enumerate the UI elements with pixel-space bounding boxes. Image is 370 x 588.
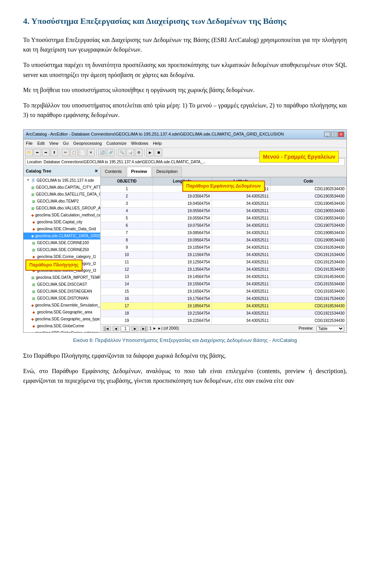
table-icon: ▦ <box>31 185 35 190</box>
arc-table-wrap[interactable]: OBJECTID Longitude Latitude Code 119.025… <box>101 177 346 324</box>
cell-0-0: 1 <box>101 185 153 193</box>
cell-12-2: 34.43052511 <box>212 273 271 280</box>
tree-item-8[interactable]: ◆ geoclima.sde.CLIMATIC_DATA_GRID_EXCLUS… <box>24 233 100 240</box>
nav-next-button[interactable]: ► <box>131 326 138 331</box>
nav-page-input[interactable] <box>121 326 130 332</box>
toolbar-btn-7[interactable]: 📄 <box>79 149 86 156</box>
feature-icon-11: ◆ <box>31 255 36 259</box>
toolbar-btn-9[interactable]: 🔄 <box>98 149 106 156</box>
feature-icon-18: ◆ <box>31 303 34 308</box>
tree-item-root[interactable]: ▼ 🗄 GEOCLIMA to 195.251.137.4.sde <box>24 177 100 184</box>
nav-prev-button[interactable]: ◄ <box>113 326 119 331</box>
tree-item-21[interactable]: ◆ geoclima.SDE.GlobeCorine <box>24 323 100 330</box>
table-icon-16: ▦ <box>31 289 36 294</box>
menu-edit[interactable]: Edit <box>37 140 45 147</box>
table-icon-17: ▦ <box>31 296 36 301</box>
cell-14-3: CDG1916534430 <box>271 288 346 295</box>
tree-item-18[interactable]: ◆ geoclima.SDE.Ensemble_Simulation_Grid <box>24 302 100 309</box>
menu-customize[interactable]: Customize <box>106 140 126 147</box>
tree-item-19[interactable]: ◆ geoclima.SDE.Geographic_area <box>24 309 100 316</box>
nav-last-button[interactable]: ►| <box>140 326 148 331</box>
tree-item-1[interactable]: ▦ GEOCLIMA.dbo.CAPITAL_CITY_ATTACH <box>24 184 100 191</box>
toolbar-btn-4[interactable]: ⬆ <box>50 149 58 156</box>
cell-2-1: 19.04564754 <box>153 200 212 207</box>
tab-contents[interactable]: Contents <box>101 167 126 177</box>
maximize-button[interactable]: □ <box>331 132 337 137</box>
minimize-button[interactable]: _ <box>324 132 330 137</box>
tree-item-15[interactable]: ▦ GEOCLIMA.SDE.DISCOAST <box>24 281 100 288</box>
tab-description[interactable]: Description <box>152 167 182 177</box>
toolbar-btn-14[interactable]: ▶ <box>146 149 154 156</box>
tree-item-17[interactable]: ▦ GEOCLIMA.SDE.DISTONIAN <box>24 295 100 302</box>
toolbar-btn-6[interactable]: 📋 <box>70 149 78 156</box>
preview-type-select[interactable]: Table Geography <box>316 326 344 332</box>
nav-first-button[interactable]: |◄ <box>103 326 111 331</box>
cell-14-0: 15 <box>101 288 153 295</box>
table-row: 1419.1556475434.43052511CDG1915534430 <box>101 280 346 288</box>
tree-item-10[interactable]: ▦ GEOCLIMA.SDE.CORINE250 <box>24 246 100 253</box>
tree-item-14[interactable]: ▦ geoclima.SDE.DATA_IMPORT_TEMP <box>24 274 100 281</box>
table-row: 719.0856475434.43052511CDG1908534430 <box>101 229 346 236</box>
table-row: 1119.1256475434.43052511CDG1912534430 <box>101 258 346 266</box>
toolbar-btn-12[interactable]: 📊 <box>126 149 134 156</box>
cell-4-2: 34.43052511 <box>212 214 271 222</box>
toolbar-btn-1[interactable]: 📁 <box>25 149 33 156</box>
cell-4-0: 5 <box>101 214 153 222</box>
paragraph-1: Το Υποσύστημα Επεξεργασίας και Διαχείρισ… <box>23 35 347 55</box>
cell-13-1: 19.15564754 <box>153 280 212 288</box>
chapter-number: 4. <box>23 16 30 26</box>
tree-item-5[interactable]: ◆ geoclima.SDE.Calculation_method_catego… <box>24 212 100 219</box>
menu-view[interactable]: View <box>49 140 59 147</box>
toolbar-btn-3[interactable]: ➡ <box>42 149 50 156</box>
cell-1-1: 19.03564754 <box>153 193 212 200</box>
cell-5-3: CDG1907534430 <box>271 222 346 229</box>
cell-2-2: 34.43052511 <box>212 200 271 207</box>
tree-item-2[interactable]: ▦ GEOCLIMA.dbo.SATELLITE_DATA_GRID_005_A… <box>24 191 100 198</box>
arc-left-header: Catalog Tree ✕ <box>24 167 100 176</box>
menu-geoprocessing[interactable]: Geoprocessing <box>73 140 102 147</box>
toolbar-sep-1 <box>60 149 60 156</box>
cell-3-3: CDG1905534430 <box>271 207 346 214</box>
tree-item-3[interactable]: ▦ GEOCLIMA.dbo.TEMP2 <box>24 198 100 205</box>
menu-help[interactable]: Help <box>153 140 162 147</box>
arc-nav-controls: |◄ ◄ ► ►| 1 ► ►| (of 2000) <box>103 325 179 332</box>
toolbar-btn-10[interactable]: 🔗 <box>107 149 114 156</box>
panel-close-icon[interactable]: ✕ <box>94 168 98 175</box>
arc-catalog-tree[interactable]: ▼ 🗄 GEOCLIMA to 195.251.137.4.sde ▦ GEOC… <box>24 176 100 332</box>
table-icon-14: ▦ <box>31 275 35 280</box>
menu-windows[interactable]: Windows <box>131 140 148 147</box>
cell-1-0: 2 <box>101 193 153 200</box>
tree-item-6[interactable]: ◆ geoclima.SDE.Capital_city <box>24 219 100 226</box>
toolbar-btn-8[interactable]: ✕ <box>87 149 95 156</box>
menu-go[interactable]: Go <box>63 140 69 147</box>
tree-item-20[interactable]: ◆ geoclima.SDE.Geographic_area_type <box>24 316 100 323</box>
arc-toolbar: 📁 ⬅ ➡ ⬆ ✂ 📋 📄 ✕ 🔄 🔗 🔍 📊 ⚙ ▶ ⏹ Μενού - Γρ… <box>24 148 346 157</box>
cell-4-1: 19.05564754 <box>153 214 212 222</box>
table-row: 1619.1756475434.43052511CDG1917534430 <box>101 295 346 302</box>
menu-file[interactable]: File <box>26 140 33 147</box>
close-button[interactable]: ✕ <box>338 132 344 137</box>
cell-13-3: CDG1915534430 <box>271 280 346 288</box>
feature-icon-22: ◆ <box>31 331 34 332</box>
toolbar-btn-5[interactable]: ✂ <box>62 149 69 156</box>
cell-14-1: 19.16564754 <box>153 288 212 295</box>
table-icon-10: ▦ <box>31 248 36 252</box>
tree-item-22[interactable]: ◆ geoclima.SDE.GlobeCorine_category <box>24 330 100 332</box>
tree-item-7[interactable]: ◆ geoclima.SDE.Climatic_Data_Grid <box>24 226 100 233</box>
cell-12-1: 19.14564754 <box>153 273 212 280</box>
cell-3-0: 4 <box>101 207 153 214</box>
paragraph-6: Στο Παράθυρο Πλοήγησης εμφανίζονται τα δ… <box>23 351 347 361</box>
cell-10-3: CDG1912534430 <box>271 258 346 266</box>
tree-item-4[interactable]: ▦ GEOCLIMA.dbo.VALUES_GROUP_ATTACH <box>24 205 100 212</box>
feature-icon-20: ◆ <box>31 317 34 322</box>
cell-6-0: 7 <box>101 229 153 236</box>
toolbar-btn-2[interactable]: ⬅ <box>34 149 41 156</box>
tree-item-9[interactable]: ▦ GEOCLIMA.SDE.CORINE100 <box>24 240 100 246</box>
toolbar-btn-13[interactable]: ⚙ <box>135 149 143 156</box>
toolbar-btn-11[interactable]: 🔍 <box>118 149 126 156</box>
cell-11-2: 34.43052511 <box>212 266 271 273</box>
cell-5-0: 6 <box>101 222 153 229</box>
toolbar-btn-15[interactable]: ⏹ <box>155 149 162 156</box>
tree-item-16[interactable]: ▦ GEOCLIMA.SDE.DISTAEGEAN <box>24 288 100 295</box>
tab-preview[interactable]: Preview <box>127 167 151 177</box>
